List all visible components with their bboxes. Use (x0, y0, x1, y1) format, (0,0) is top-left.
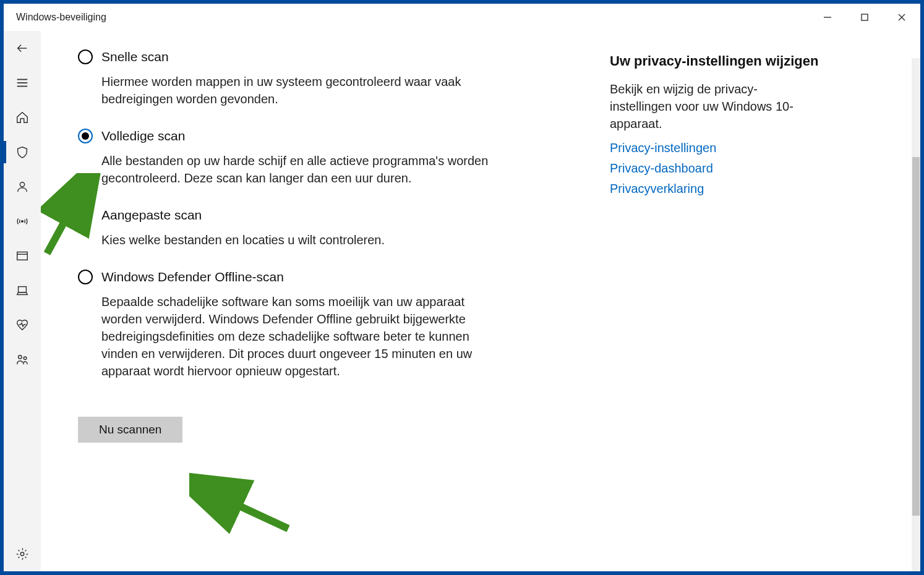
shield-icon (15, 145, 29, 159)
windows-security-window: Windows-beveiliging (4, 4, 920, 571)
window-title: Windows-beveiliging (16, 12, 106, 23)
radio-label: Windows Defender Offline-scan (101, 270, 284, 284)
privacy-link-dashboard[interactable]: Privacy-dashboard (610, 161, 857, 176)
sidebar-item-home[interactable] (4, 100, 41, 135)
radio-label: Aangepaste scan (101, 208, 202, 223)
scrollbar-track[interactable] (912, 58, 920, 571)
svg-point-15 (20, 552, 24, 556)
radio-description: Alle bestanden op uw harde schijf en all… (101, 152, 497, 187)
sidebar-item-device-security[interactable] (4, 273, 41, 308)
radio-description: Bepaalde schadelijke software kan soms m… (101, 293, 497, 380)
radio-description: Kies welke bestanden en locaties u wilt … (101, 231, 497, 249)
scrollbar-thumb[interactable] (912, 157, 920, 516)
back-arrow-icon (15, 41, 29, 55)
radio-circle-icon (78, 208, 93, 223)
scan-now-button[interactable]: Nu scannen (78, 417, 182, 443)
radio-circle-selected-icon (78, 129, 93, 143)
gear-icon (15, 547, 29, 561)
sidebar-item-settings[interactable] (4, 537, 41, 571)
radio-quick-scan[interactable]: Snelle scan Hiermee worden mappen in uw … (78, 49, 548, 108)
minimize-icon (823, 13, 832, 22)
close-icon (897, 13, 906, 22)
radio-circle-icon (78, 49, 93, 64)
app-window-icon (15, 249, 29, 263)
svg-point-13 (19, 356, 22, 359)
svg-point-14 (24, 357, 27, 360)
person-icon (15, 180, 29, 194)
sidebar-item-app-browser[interactable] (4, 239, 41, 273)
titlebar: Windows-beveiliging (4, 4, 920, 31)
privacy-description: Bekijk en wijzig de privacy-instellingen… (610, 80, 814, 132)
scan-options-column: Snelle scan Hiermee worden mappen in uw … (78, 49, 548, 553)
sidebar-item-virus-protection[interactable] (4, 135, 41, 169)
svg-rect-1 (862, 14, 868, 20)
laptop-icon (15, 284, 29, 297)
antenna-icon (15, 215, 29, 228)
minimize-button[interactable] (809, 4, 846, 31)
svg-point-8 (20, 182, 24, 187)
sidebar-item-family-options[interactable] (4, 343, 41, 377)
sidebar-item-device-health[interactable] (4, 308, 41, 343)
back-button[interactable] (4, 31, 41, 66)
window-controls (809, 4, 920, 31)
sidebar-item-firewall[interactable] (4, 204, 41, 239)
home-icon (15, 111, 29, 124)
content-area: Snelle scan Hiermee worden mappen in uw … (41, 31, 920, 571)
sidebar-item-account-protection[interactable] (4, 169, 41, 204)
radio-label: Snelle scan (101, 49, 169, 64)
svg-rect-10 (17, 252, 28, 260)
heart-icon (15, 318, 29, 332)
privacy-heading: Uw privacy-instellingen wijzigen (610, 53, 857, 69)
radio-circle-icon (78, 270, 93, 284)
family-icon (15, 353, 29, 367)
radio-offline-scan[interactable]: Windows Defender Offline-scan Bepaalde s… (78, 270, 548, 380)
hamburger-icon (15, 76, 29, 90)
privacy-link-settings[interactable]: Privacy-instellingen (610, 141, 857, 155)
hamburger-menu-button[interactable] (4, 66, 41, 100)
privacy-column: Uw privacy-instellingen wijzigen Bekijk … (610, 49, 857, 553)
svg-point-9 (22, 221, 24, 223)
maximize-button[interactable] (846, 4, 883, 31)
close-button[interactable] (883, 4, 920, 31)
radio-custom-scan[interactable]: Aangepaste scan Kies welke bestanden en … (78, 208, 548, 249)
sidebar (4, 31, 41, 571)
radio-description: Hiermee worden mappen in uw systeem geco… (101, 73, 497, 108)
maximize-icon (860, 13, 869, 22)
body-area: Snelle scan Hiermee worden mappen in uw … (4, 31, 920, 571)
privacy-link-statement[interactable]: Privacyverklaring (610, 182, 857, 196)
radio-full-scan[interactable]: Volledige scan Alle bestanden op uw hard… (78, 129, 548, 187)
svg-rect-12 (19, 287, 27, 292)
radio-label: Volledige scan (101, 129, 185, 143)
